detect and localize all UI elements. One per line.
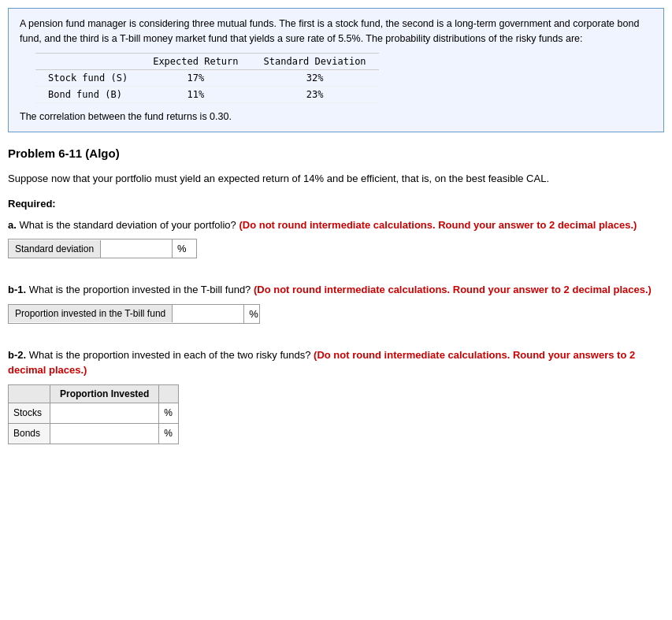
correlation-note: The correlation between the fund returns… bbox=[20, 110, 652, 124]
proportion-table-header: Proportion Invested bbox=[50, 384, 159, 403]
question-b2: b-2. What is the proportion invested in … bbox=[8, 347, 664, 444]
std-dev-unit: % bbox=[172, 239, 191, 258]
proportion-table-empty-header bbox=[9, 384, 50, 403]
bond-std-dev: 23% bbox=[251, 86, 379, 102]
stocks-input-cell bbox=[50, 403, 159, 423]
bond-expected-return: 11% bbox=[140, 86, 251, 102]
col-empty bbox=[35, 53, 140, 69]
fund-table: Expected Return Standard Deviation Stock… bbox=[35, 53, 379, 103]
bonds-input-cell bbox=[50, 423, 159, 444]
question-b1-note: (Do not round intermediate calculations.… bbox=[254, 284, 652, 295]
question-b1-label: b-1. What is the proportion invested in … bbox=[8, 282, 664, 298]
question-b2-prefix: b-2. bbox=[8, 349, 26, 361]
table-row: Bond fund (B) 11% 23% bbox=[35, 86, 379, 102]
proportion-table-unit-header bbox=[159, 384, 179, 403]
problem-title: Problem 6-11 (Algo) bbox=[8, 147, 664, 160]
info-description: A pension fund manager is considering th… bbox=[20, 17, 652, 46]
tbill-proportion-input[interactable] bbox=[173, 305, 243, 323]
stocks-proportion-input[interactable] bbox=[55, 406, 118, 421]
question-b2-label: b-2. What is the proportion invested in … bbox=[8, 347, 664, 378]
question-a: a. What is the standard deviation of you… bbox=[8, 217, 664, 259]
stocks-unit: % bbox=[159, 403, 179, 423]
table-row: Bonds % bbox=[9, 423, 179, 444]
bonds-label: Bonds bbox=[9, 423, 50, 444]
intro-text: Suppose now that your portfolio must yie… bbox=[8, 171, 664, 187]
tbill-proportion-label: Proportion invested in the T-bill fund bbox=[9, 305, 173, 322]
table-row: Stock fund (S) 17% 32% bbox=[35, 69, 379, 86]
col-std-dev: Standard Deviation bbox=[251, 53, 379, 69]
question-b1-text: What is the proportion invested in the T… bbox=[29, 284, 251, 295]
question-b1: b-1. What is the proportion invested in … bbox=[8, 282, 664, 324]
question-a-note: (Do not round intermediate calculations.… bbox=[239, 219, 637, 231]
required-label: Required: bbox=[8, 198, 664, 210]
bonds-unit: % bbox=[159, 423, 179, 444]
table-row: Stocks % bbox=[9, 403, 179, 423]
question-a-text: What is the standard deviation of your p… bbox=[19, 219, 236, 231]
stocks-label: Stocks bbox=[9, 403, 50, 423]
stock-fund-label: Stock fund (S) bbox=[35, 69, 140, 86]
question-b2-text: What is the proportion invested in each … bbox=[29, 349, 311, 361]
stock-expected-return: 17% bbox=[140, 69, 251, 86]
bond-fund-label: Bond fund (B) bbox=[35, 86, 140, 102]
question-a-answer-row: Standard deviation % bbox=[8, 239, 197, 258]
question-a-label: a. What is the standard deviation of you… bbox=[8, 217, 664, 233]
bonds-proportion-input[interactable] bbox=[55, 426, 118, 441]
col-expected-return: Expected Return bbox=[140, 53, 251, 69]
tbill-unit: % bbox=[243, 305, 263, 323]
std-dev-input[interactable] bbox=[101, 239, 172, 258]
stock-std-dev: 32% bbox=[251, 69, 379, 86]
std-dev-label: Standard deviation bbox=[9, 240, 101, 258]
proportion-table: Proportion Invested Stocks % Bonds % bbox=[8, 384, 179, 444]
question-b1-answer-row: Proportion invested in the T-bill fund % bbox=[8, 304, 260, 324]
info-box: A pension fund manager is considering th… bbox=[8, 8, 664, 132]
question-a-prefix: a. bbox=[8, 219, 17, 231]
question-b1-prefix: b-1. bbox=[8, 284, 26, 295]
